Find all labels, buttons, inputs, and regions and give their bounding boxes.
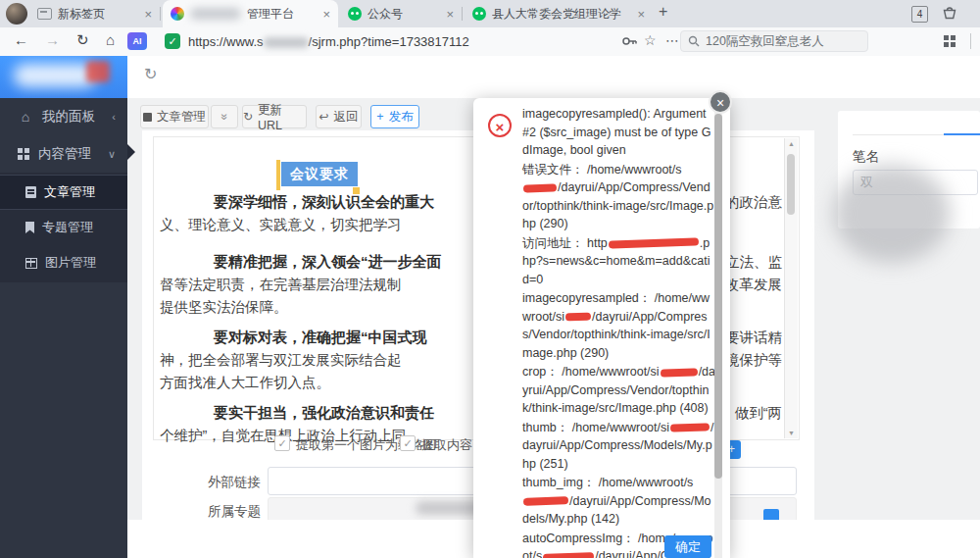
sidebar-item-dashboard[interactable]: ⌂ 我的面板 ‹ [0,98,127,135]
active-tab-underline [944,133,980,135]
pen-name-label: 笔名 [853,148,879,166]
blurred-logo-text [14,64,96,87]
tab-title: 公众号 [368,6,403,23]
checkbox-label: 提取内容 [421,436,472,454]
chevron-left-icon: ‹ [112,111,116,123]
stack-trace-entry: 错误文件： /home/wwwroot/s/dayrui/App/Compres… [522,161,715,233]
sidebar-item-label: 专题管理 [42,219,93,236]
publish-button[interactable]: + 发布 [370,105,419,128]
module-icon [143,113,152,122]
tab-close-icon[interactable]: × [144,7,152,22]
stack-trace-entry: thumb： /home/wwwroot/si/dayrui/App/Compr… [522,419,715,474]
button-label: 返回 [334,109,359,126]
button-label: 发布 [389,109,414,126]
reload-icon[interactable]: ↻ [76,31,89,49]
bookmark-icon [25,222,34,233]
redaction-scribble [660,368,697,377]
ai-assistant-icon[interactable]: AI [127,32,147,50]
more-menu-icon[interactable]: ⋯ [665,32,679,48]
badge-accent-bar [276,160,280,190]
blurred-logo-mark [86,61,110,82]
avatar[interactable] [6,3,27,25]
search-box[interactable]: 120隔空救回窒息老人 [680,30,868,52]
blurred-url-region [264,37,309,48]
error-headline: imagecopyresampled(): Argument #2 ($src_… [522,105,715,160]
extract-first-image-checkbox[interactable]: ✓ [274,435,290,451]
sidebar-item-label: 图片管理 [45,254,96,272]
dialog-close-icon[interactable]: × [709,90,732,114]
tab-title: 新标签页 [58,6,105,23]
error-message: imagecopyresampled(): Argument #2 ($src_… [522,105,715,558]
redaction-scribble [670,424,710,432]
confirm-button[interactable]: 确定 [664,535,711,558]
tab-bar: 新标签页 × 管理平台 × 公众号 × 县人大常委会党组理论学习中 × + 4 [0,0,980,27]
scroll-up-icon[interactable]: ▲ [785,140,798,147]
sidebar-item-articles[interactable]: 文章管理 [0,175,127,210]
tab-close-icon[interactable]: × [322,7,330,22]
return-arrow-icon: ↩ [318,110,328,124]
button-label: 更新URL [258,102,306,132]
plus-icon: + [376,110,383,124]
password-key-icon[interactable] [621,33,639,53]
topic-label: 所属专题 [208,503,261,521]
sidebar-item-content[interactable]: 内容管理 ∨ [0,135,127,173]
blurred-text-region [190,8,241,20]
tab-title: 管理平台 [247,6,294,23]
external-link-label: 外部链接 [208,474,261,491]
stack-trace-entry: 访问地址： http.php?s=news&c=home&m=add&catid… [522,234,715,289]
tab-close-icon[interactable]: × [446,7,454,22]
meeting-requirements-badge: 会议要求 [281,162,358,186]
tab-title: 县人大常委会党组理论学习中 [492,6,621,23]
sidebar-item-images[interactable]: 图片管理 [0,245,127,280]
search-icon [688,35,700,47]
tab-close-icon[interactable]: × [637,7,645,22]
wechat-icon [348,7,362,21]
bookmark-star-icon[interactable]: ☆ [644,32,657,48]
sidebar-item-label: 内容管理 [38,145,91,163]
home-icon: ⌂ [18,109,33,125]
article-manage-button[interactable]: 文章管理 [140,105,209,128]
toolbar-separator [970,33,971,49]
redaction-scribble [523,496,568,506]
basket-icon[interactable] [941,4,958,25]
redaction-scribble [609,238,699,249]
tab-theory-study[interactable]: 县人大常委会党组理论学习中 × [465,0,653,27]
update-url-button[interactable]: ↻ 更新URL [242,105,307,128]
content-header-strip: ↻ [127,56,980,98]
new-tab-button[interactable]: + [659,3,667,21]
admin-sidebar: ⌂ 我的面板 ‹ 内容管理 ∨ 文章管理 专题管理 图片管理 [0,56,127,558]
admin-platform-favicon [171,7,184,21]
site-logo [0,56,127,98]
extract-content-checkbox[interactable]: ✓ [400,435,416,451]
redaction-scribble [565,313,591,322]
back-icon[interactable]: ← [14,31,28,48]
url-tail: /sjrm.php?time=1733817112 [309,34,469,49]
active-menu-pointer [127,144,135,160]
scrollbar-thumb[interactable] [714,114,722,479]
tab-new-tab-page[interactable]: 新标签页 × [29,0,160,27]
error-icon: × [488,114,512,137]
tab-admin-platform[interactable]: 管理平台 × [163,0,338,27]
tab-official-account[interactable]: 公众号 × [340,0,462,27]
sidebar-item-topics[interactable]: 专题管理 [0,210,127,245]
browser-window: 新标签页 × 管理平台 × 公众号 × 县人大常委会党组理论学习中 × + 4 [0,0,980,558]
refresh-icon: ↻ [243,110,253,124]
forward-icon[interactable]: → [45,31,60,48]
stack-trace-entry: imagecopyresampled： /home/wwwroot/si/day… [522,289,715,362]
dialog-scrollbar[interactable] [714,112,722,558]
blurred-smudge [833,165,951,263]
error-dialog: × × imagecopyresampled(): Argument #2 ($… [473,98,730,558]
refresh-icon[interactable]: ↻ [144,65,157,83]
tab-count-badge[interactable]: 4 [911,6,928,23]
url-head: https://www.s [188,34,264,49]
apps-grid-icon[interactable] [944,35,949,40]
sidebar-item-label: 文章管理 [44,183,95,201]
tab-separator [462,7,463,21]
address-bar[interactable]: https://www.s/sjrm.php?time=1733817112 [188,34,469,49]
document-icon [25,186,36,198]
back-button[interactable]: ↩ 返回 [316,105,362,128]
home-icon[interactable]: ⌂ [106,31,115,48]
table-icon [25,258,37,269]
security-shield-icon[interactable]: ✓ [165,33,180,49]
article-manage-dropdown-button[interactable]: » [211,105,238,128]
